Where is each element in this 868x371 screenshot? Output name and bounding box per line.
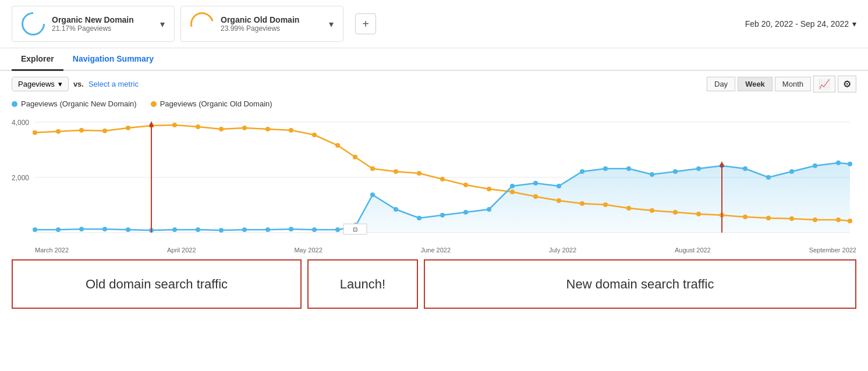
segment-old-domain[interactable]: Organic Old Domain 23.99% Pageviews ▾ xyxy=(180,6,343,42)
chart-area: 4,000 2,000 xyxy=(12,110,856,244)
date-range-label: Feb 20, 2022 - Sep 24, 2022 xyxy=(745,19,849,28)
annotation-launch-label: Launch! xyxy=(340,277,385,292)
svg-point-16 xyxy=(289,128,293,133)
x-axis-labels: March 2022 April 2022 May 2022 June 2022… xyxy=(0,244,868,254)
line-chart-button[interactable]: 📈 xyxy=(813,76,835,92)
svg-point-14 xyxy=(242,126,247,130)
svg-text:4,000: 4,000 xyxy=(12,119,29,127)
legend-label-old: Pageviews (Organic Old Domain) xyxy=(160,99,272,108)
segment-new-domain[interactable]: Organic New Domain 21.17% Pageviews ▾ xyxy=(12,6,175,42)
old-domain-icon xyxy=(186,8,218,40)
svg-point-53 xyxy=(289,227,293,231)
svg-point-54 xyxy=(312,227,317,232)
annotation-old-label: Old domain search traffic xyxy=(86,277,228,292)
svg-point-17 xyxy=(312,133,317,137)
svg-point-37 xyxy=(766,216,771,220)
svg-point-71 xyxy=(696,166,701,171)
svg-point-11 xyxy=(172,123,177,127)
svg-point-69 xyxy=(650,172,654,177)
svg-point-70 xyxy=(673,169,678,174)
metric-dropdown-icon: ▾ xyxy=(58,80,62,88)
svg-point-68 xyxy=(626,166,631,171)
x-label-march: March 2022 xyxy=(35,247,69,254)
new-domain-name: Organic New Domain xyxy=(52,15,134,24)
old-domain-name: Organic Old Domain xyxy=(221,15,299,24)
svg-point-46 xyxy=(126,227,130,232)
svg-point-30 xyxy=(603,202,608,207)
tabs-bar: Explorer Navigation Summary xyxy=(0,48,868,71)
old-domain-dropdown[interactable]: ▾ xyxy=(329,19,334,30)
svg-point-20 xyxy=(370,166,375,171)
svg-point-76 xyxy=(813,163,817,168)
annotation-launch: Launch! xyxy=(307,259,418,309)
date-range-selector[interactable]: Feb 20, 2022 - Sep 24, 2022 ▾ xyxy=(745,19,856,28)
svg-point-58 xyxy=(394,207,398,212)
svg-point-67 xyxy=(603,166,608,171)
svg-point-40 xyxy=(836,217,841,222)
time-button-group: Day Week Month 📈 ⚙ xyxy=(707,76,856,92)
blue-area-fill xyxy=(355,163,850,233)
segment-old-domain-info: Organic Old Domain 23.99% Pageviews xyxy=(221,15,299,33)
svg-text:2,000: 2,000 xyxy=(12,174,29,182)
vs-label: vs. xyxy=(73,80,84,88)
svg-point-52 xyxy=(265,227,270,232)
svg-point-43 xyxy=(56,227,61,232)
month-button[interactable]: Month xyxy=(775,77,811,91)
x-label-july: July 2022 xyxy=(549,247,576,254)
legend-dot-old xyxy=(151,101,157,107)
svg-point-9 xyxy=(126,126,130,130)
tab-navigation-summary[interactable]: Navigation Summary xyxy=(63,48,163,71)
svg-point-65 xyxy=(557,184,561,188)
metric-dropdown[interactable]: Pageviews ▾ xyxy=(12,77,69,91)
select-metric-button[interactable]: Select a metric xyxy=(88,80,139,88)
svg-point-78 xyxy=(848,162,852,166)
add-segment-button[interactable]: + xyxy=(355,13,376,34)
new-domain-dropdown[interactable]: ▾ xyxy=(160,19,165,30)
svg-point-41 xyxy=(848,219,852,223)
new-domain-icon xyxy=(17,8,50,41)
svg-point-13 xyxy=(219,127,224,131)
annotation-old-domain: Old domain search traffic xyxy=(12,259,302,309)
svg-point-55 xyxy=(335,227,340,232)
segment-new-domain-info: Organic New Domain 21.17% Pageviews xyxy=(52,15,134,33)
annotation-boxes: Old domain search traffic Launch! New do… xyxy=(0,254,868,309)
annotation-new-label: New domain search traffic xyxy=(566,277,714,292)
svg-point-18 xyxy=(335,143,340,148)
svg-point-36 xyxy=(743,215,747,219)
chart-svg: 4,000 2,000 xyxy=(12,110,856,244)
day-button[interactable]: Day xyxy=(707,77,735,91)
svg-point-45 xyxy=(102,227,107,231)
x-label-april: April 2022 xyxy=(167,247,196,254)
svg-point-23 xyxy=(440,177,445,181)
svg-point-28 xyxy=(557,198,561,203)
svg-point-60 xyxy=(440,213,445,217)
svg-text:⊡: ⊡ xyxy=(353,226,357,233)
svg-point-24 xyxy=(463,183,468,187)
tab-explorer[interactable]: Explorer xyxy=(12,48,63,71)
svg-point-51 xyxy=(242,227,247,232)
scatter-chart-button[interactable]: ⚙ xyxy=(838,76,856,92)
metric-label: Pageviews xyxy=(18,80,55,88)
svg-point-59 xyxy=(417,216,421,220)
svg-point-62 xyxy=(487,207,491,212)
svg-point-74 xyxy=(766,175,771,180)
old-domain-pct: 23.99% Pageviews xyxy=(221,24,299,33)
svg-point-33 xyxy=(673,210,678,215)
legend-old-domain: Pageviews (Organic Old Domain) xyxy=(151,99,272,108)
x-label-june: June 2022 xyxy=(421,247,451,254)
svg-point-61 xyxy=(463,210,468,215)
svg-point-21 xyxy=(394,169,398,174)
svg-marker-84 xyxy=(720,161,724,167)
svg-point-48 xyxy=(172,227,177,232)
svg-point-25 xyxy=(487,187,491,191)
svg-point-44 xyxy=(79,227,84,231)
week-button[interactable]: Week xyxy=(738,77,773,91)
svg-point-8 xyxy=(102,129,107,133)
svg-point-63 xyxy=(510,184,515,188)
date-range-dropdown-icon: ▾ xyxy=(852,19,856,28)
legend-dot-new xyxy=(12,101,17,107)
svg-point-22 xyxy=(417,171,421,176)
x-label-may: May 2022 xyxy=(294,247,322,254)
svg-point-27 xyxy=(533,194,538,199)
x-label-september: September 2022 xyxy=(809,247,856,254)
